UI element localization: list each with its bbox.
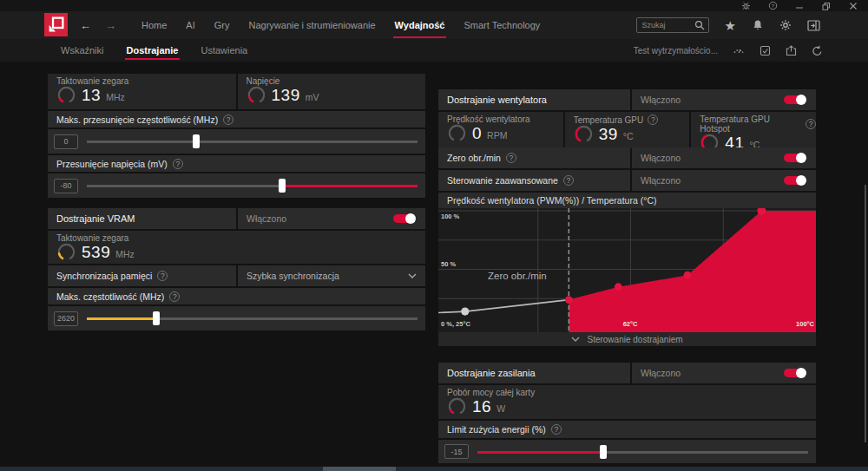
zero-rpm-toggle-switch[interactable]: [784, 154, 806, 162]
memory-sync-select[interactable]: Szybka synchronizacja: [238, 265, 425, 286]
power-toggle-switch[interactable]: [784, 369, 806, 377]
bug-report-icon[interactable]: [736, 1, 755, 10]
gauge-icon: [447, 396, 467, 416]
voltage-offset-input[interactable]: [54, 179, 78, 193]
vram-tuning-panel: Dostrajanie VRAM Włączono Taktowanie zeg…: [48, 208, 425, 330]
export-share-icon[interactable]: [786, 45, 797, 56]
fan-gauges-row: Prędkość wentylatora 0 RPM Temperatura G…: [438, 112, 816, 146]
freq-offset-input[interactable]: [54, 134, 78, 149]
vertical-scrollbar-thumb[interactable]: [865, 185, 866, 442]
search-icon[interactable]: [694, 20, 705, 30]
help-icon[interactable]: ?: [551, 424, 562, 435]
advanced-control-label: Sterowanie zaawansowane: [447, 175, 558, 186]
slider-handle[interactable]: [153, 311, 160, 325]
freq-offset-slider-row: [48, 129, 425, 154]
power-state-label: Włączono: [641, 368, 784, 378]
help-icon[interactable]: ?: [563, 175, 574, 186]
advanced-control-state-label: Włączono: [641, 175, 784, 186]
load-profile-icon[interactable]: [760, 45, 771, 56]
help-icon[interactable]: ?: [223, 114, 233, 125]
power-limit-slider[interactable]: [477, 445, 808, 459]
stress-test-gauge-icon[interactable]: [733, 45, 745, 56]
help-icon[interactable]: ?: [806, 119, 816, 129]
favorites-star-icon[interactable]: ★: [725, 19, 736, 32]
gpu-temp-gauge: Temperatura GPU ? 39 °C: [565, 112, 690, 148]
fan-curve-chart[interactable]: 100 %50 %0 %, 25°C62°C100°CZero obr./min: [438, 208, 816, 332]
forward-arrow-icon[interactable]: →: [105, 19, 116, 32]
fan-curve-title: Prędkość wentylatora (PWM(%)) / Temperat…: [438, 193, 816, 208]
gpu-temp-unit: °C: [623, 131, 634, 141]
dock-panel-icon[interactable]: [807, 20, 820, 31]
hotspot-temp-label: Temperatura GPU Hotspot: [700, 114, 801, 134]
vram-maxfreq-label-row: Maks. częstotliwość (MHz) ?: [48, 288, 425, 304]
power-limit-label: Limit zużycia energii (%): [447, 424, 546, 435]
tab-ustawienia[interactable]: Ustawienia: [189, 39, 259, 62]
vram-maxfreq-input[interactable]: [54, 311, 78, 326]
gpu-temp-label: Temperatura GPU: [574, 115, 644, 125]
nav-item-home[interactable]: Home: [132, 11, 176, 39]
gpu-clock-value: 13: [82, 86, 101, 105]
reset-icon[interactable]: [812, 45, 823, 56]
minimize-button[interactable]: [790, 1, 809, 10]
fan-toggle-switch[interactable]: [784, 95, 806, 104]
radeon-software-window: { "nav": { "items": ["Home", "AI", "Gry"…: [0, 0, 868, 471]
power-draw-value: 16: [472, 397, 491, 416]
preset-label[interactable]: Test wytrzymałościo...: [634, 46, 718, 56]
tuning-control-expander[interactable]: Sterowanie dostrajaniem: [438, 332, 816, 346]
nav-item-smart-technology[interactable]: Smart Technology: [454, 11, 549, 39]
help-icon[interactable]: ?: [173, 159, 183, 169]
help-icon[interactable]: ?: [506, 153, 516, 163]
vram-toggle-switch[interactable]: [393, 214, 415, 223]
search-box[interactable]: [636, 17, 709, 33]
fan-tuning-panel: Dostrajanie wentylatora Włączono Prędkoś…: [438, 89, 816, 346]
advanced-control-toggle-switch[interactable]: [784, 176, 806, 185]
slider-handle[interactable]: [600, 445, 607, 459]
voltage-offset-label: Przesunięcie napięcia (mV): [56, 159, 168, 169]
voltage-offset-slider-row: [48, 173, 425, 198]
gpu-gauges-row: Taktowanie zegara 13 MHz Napięcie 139 mV: [48, 74, 425, 109]
power-limit-slider-row: [438, 440, 816, 463]
nav-item-performance[interactable]: Wydajność: [385, 11, 455, 39]
nav-item-ai[interactable]: AI: [176, 11, 204, 39]
power-limit-input[interactable]: [444, 444, 469, 459]
active-tab-underline: [393, 36, 447, 38]
vram-state-label: Włączono: [247, 213, 393, 224]
svg-text:Zero obr./min: Zero obr./min: [488, 271, 547, 281]
vram-header-row: Dostrajanie VRAM Włączono: [48, 208, 425, 229]
svg-text:0 %, 25°C: 0 %, 25°C: [441, 320, 470, 328]
back-arrow-icon[interactable]: ←: [80, 19, 91, 32]
tab-wskazniki[interactable]: Wskaźniki: [49, 39, 115, 62]
gpu-clock-unit: MHz: [106, 92, 125, 102]
search-input[interactable]: [641, 20, 691, 30]
slider-handle[interactable]: [279, 179, 286, 193]
voltage-offset-slider[interactable]: [87, 179, 418, 193]
svg-text:?: ?: [771, 3, 774, 9]
svg-text:62°C: 62°C: [623, 320, 638, 328]
help-titlebar-icon[interactable]: ?: [763, 1, 782, 10]
tuning-content: Taktowanie zegara 13 MHz Napięcie 139 mV…: [0, 62, 868, 467]
restore-button[interactable]: [817, 1, 836, 10]
zero-rpm-label: Zero obr./min: [447, 153, 501, 163]
freq-offset-slider[interactable]: [87, 134, 418, 148]
vram-header-label: Dostrajanie VRAM: [48, 208, 236, 229]
notifications-bell-icon[interactable]: [752, 19, 764, 31]
amd-logo[interactable]: [44, 13, 68, 36]
power-header-row: Dostrajanie zasilania Włączono: [438, 363, 816, 383]
gauge-icon: [56, 242, 76, 262]
power-limit-label-row: Limit zużycia energii (%) ?: [438, 421, 816, 438]
slider-handle[interactable]: [193, 134, 200, 148]
close-button[interactable]: [844, 1, 863, 10]
tuning-control-label: Sterowanie dostrajaniem: [587, 335, 682, 344]
settings-gear-icon[interactable]: [779, 19, 792, 31]
nav-item-recording[interactable]: Nagrywanie i strumieniowanie: [239, 11, 385, 39]
memory-sync-row: Synchronizacja pamięci ? Szybka synchron…: [48, 265, 425, 286]
gpu-temp-value: 39: [599, 125, 618, 144]
help-icon[interactable]: ?: [157, 271, 168, 281]
tab-dostrajanie[interactable]: Dostrajanie: [115, 39, 190, 62]
svg-text:100°C: 100°C: [796, 320, 815, 328]
fan-header-label: Dostrajanie wentylatora: [438, 89, 630, 110]
help-icon[interactable]: ?: [169, 291, 180, 302]
zero-rpm-state-label: Włączono: [641, 153, 784, 163]
vram-maxfreq-slider[interactable]: [87, 311, 418, 325]
nav-item-gry[interactable]: Gry: [205, 11, 240, 39]
